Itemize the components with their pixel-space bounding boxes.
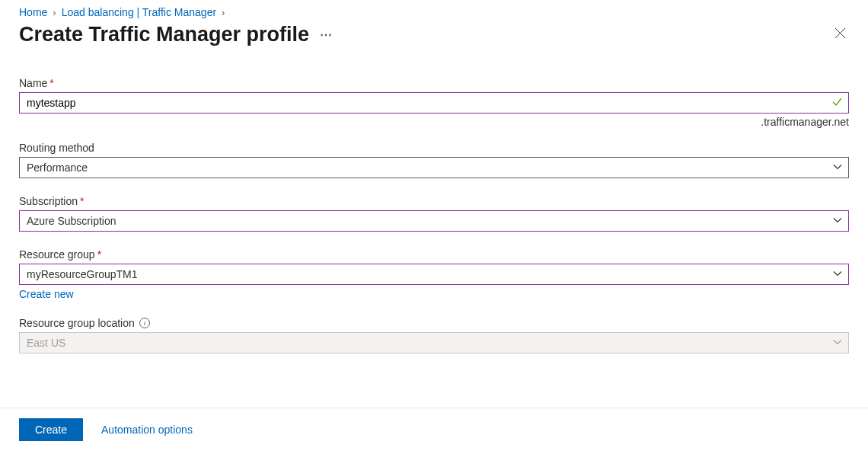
footer-bar: Create Automation options (0, 408, 868, 451)
subscription-select[interactable]: Azure Subscription (19, 210, 849, 232)
label-resource-group-location: Resource group location i (19, 317, 849, 329)
resource-group-location-select: East US (19, 332, 849, 353)
field-resource-group-location: Resource group location i East US (19, 317, 849, 353)
page-title: Create Traffic Manager profile (19, 23, 309, 46)
required-indicator: * (49, 77, 53, 89)
create-button[interactable]: Create (19, 418, 83, 441)
info-icon[interactable]: i (139, 318, 150, 328)
breadcrumb-home[interactable]: Home (19, 6, 47, 18)
field-subscription: Subscription* Azure Subscription (19, 195, 849, 232)
page-header: Create Traffic Manager profile ⋯ (0, 18, 868, 46)
field-name: Name* .trafficmanager.net (19, 77, 849, 128)
routing-method-select[interactable]: Performance (19, 157, 849, 178)
name-input[interactable] (19, 92, 849, 114)
more-actions-button[interactable]: ⋯ (320, 27, 333, 42)
chevron-right-icon: › (222, 7, 225, 18)
label-name: Name* (19, 77, 849, 89)
domain-suffix: .trafficmanager.net (19, 116, 849, 128)
close-button[interactable] (831, 24, 849, 45)
required-indicator: * (80, 195, 84, 207)
field-resource-group: Resource group* myResourceGroupTM1 Creat… (19, 248, 849, 300)
chevron-right-icon: › (53, 7, 56, 18)
create-new-resource-group-link[interactable]: Create new (19, 288, 849, 300)
field-routing-method: Routing method Performance (19, 142, 849, 178)
required-indicator: * (97, 248, 101, 261)
automation-options-link[interactable]: Automation options (101, 424, 193, 436)
resource-group-select[interactable]: myResourceGroupTM1 (19, 264, 849, 285)
label-resource-group: Resource group* (19, 248, 849, 261)
page-title-wrap: Create Traffic Manager profile ⋯ (19, 23, 333, 46)
breadcrumb-load-balancing[interactable]: Load balancing | Traffic Manager (62, 6, 216, 18)
breadcrumb: Home › Load balancing | Traffic Manager … (0, 0, 868, 18)
checkmark-icon (831, 96, 843, 110)
form-area: Name* .trafficmanager.net Routing method… (0, 46, 868, 353)
label-subscription: Subscription* (19, 195, 849, 207)
label-routing-method: Routing method (19, 142, 849, 154)
